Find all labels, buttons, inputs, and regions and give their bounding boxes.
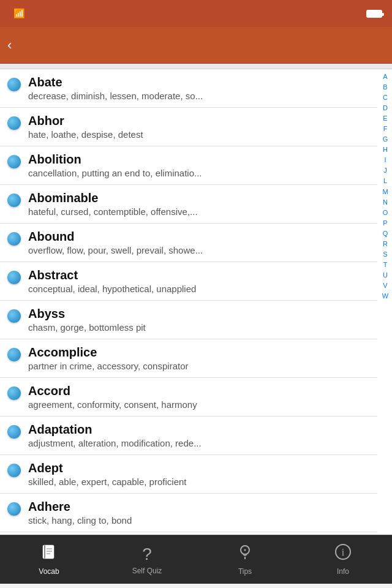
status-carrier: 📶 [10, 8, 25, 19]
vocab-text-block: Accordagreement, conformity, consent, ha… [28, 384, 370, 410]
alpha-index-o[interactable]: O [383, 208, 388, 218]
vocab-word: Abominable [28, 191, 370, 205]
vocab-text-block: Abominablehateful, cursed, contemptible,… [28, 191, 370, 217]
vocab-item[interactable]: Abhorhate, loathe, despise, detest [0, 108, 377, 146]
quiz-tab-icon: ? [142, 545, 152, 564]
vocab-word: Abate [28, 75, 370, 89]
vocab-item[interactable]: Accordagreement, conformity, consent, ha… [0, 378, 377, 417]
vocab-definition: decrease, diminish, lessen, moderate, so… [28, 91, 370, 101]
vocab-tab-icon [40, 543, 58, 565]
vocab-definition: agreement, conformity, consent, harmony [28, 399, 370, 410]
alpha-index-d[interactable]: D [383, 103, 388, 113]
alpha-index-e[interactable]: E [383, 113, 387, 124]
alpha-index-f[interactable]: F [383, 124, 388, 134]
alpha-index-i[interactable]: I [384, 155, 386, 165]
alpha-index-j[interactable]: J [383, 165, 387, 176]
vocab-dot-icon [7, 348, 21, 361]
vocab-item[interactable]: Accomplicepartner in crime, accessory, c… [0, 339, 377, 378]
vocab-item[interactable]: Aboundoverflow, flow, pour, swell, preva… [0, 224, 377, 262]
vocab-definition: cancellation, putting an end to, elimina… [28, 168, 370, 178]
alpha-index-m[interactable]: M [382, 187, 388, 197]
vocab-item[interactable]: Abominablehateful, cursed, contemptible,… [0, 185, 377, 224]
vocab-text-block: Adeptskilled, able, expert, capable, pro… [28, 461, 370, 487]
tab-bar: Vocab?Self Quiz Tips i Info [0, 535, 392, 584]
back-chevron-icon: ‹ [7, 37, 12, 53]
vocab-word: Abyss [28, 307, 370, 321]
vocab-word: Accord [28, 384, 370, 398]
svg-rect-1 [44, 545, 45, 559]
vocab-word: Abound [28, 230, 370, 244]
vocab-text-block: Accomplicepartner in crime, accessory, c… [28, 345, 370, 371]
vocab-dot-icon [7, 155, 21, 168]
alpha-index-n[interactable]: N [383, 197, 388, 208]
status-battery [366, 10, 382, 18]
back-button[interactable]: ‹ [7, 37, 14, 53]
vocab-item[interactable]: Abysschasm, gorge, bottomless pit [0, 301, 377, 339]
vocab-text-block: Adherestick, hang, cling to, bond [28, 500, 370, 526]
tips-tab-icon [236, 543, 254, 565]
vocab-definition: adjustment, alteration, modification, re… [28, 438, 370, 448]
vocab-definition: conceptual, ideal, hypothetical, unappli… [28, 284, 370, 294]
quiz-tab-label: Self Quiz [132, 567, 162, 575]
vocab-dot-icon [7, 271, 21, 284]
vocab-word: Abstract [28, 268, 370, 282]
vocab-dot-icon [7, 425, 21, 439]
tab-info[interactable]: i Info [294, 543, 392, 576]
info-tab-icon: i [334, 543, 352, 565]
alpha-index-u[interactable]: U [383, 270, 388, 281]
alpha-index-a[interactable]: A [383, 72, 387, 82]
vocab-definition: chasm, gorge, bottomless pit [28, 322, 370, 333]
alpha-index-b[interactable]: B [383, 82, 387, 92]
vocab-word: Adaptation [28, 423, 370, 437]
vocab-text-block: Abolitioncancellation, putting an end to… [28, 153, 370, 178]
vocab-definition: hateful, cursed, contemptible, offensive… [28, 206, 370, 217]
vocab-text-block: Abatedecrease, diminish, lessen, moderat… [28, 75, 370, 101]
alpha-index-h[interactable]: H [383, 145, 388, 155]
alpha-index-l[interactable]: L [383, 176, 387, 186]
vocab-word: Abhor [28, 114, 370, 128]
alpha-index-q[interactable]: Q [383, 228, 388, 239]
vocab-text-block: Abstractconceptual, ideal, hypothetical,… [28, 268, 370, 294]
alpha-index-c[interactable]: C [383, 92, 388, 103]
alpha-index-g[interactable]: G [383, 134, 388, 145]
vocab-item[interactable]: Abolitioncancellation, putting an end to… [0, 146, 377, 185]
vocab-item[interactable]: Abatedecrease, diminish, lessen, moderat… [0, 69, 377, 108]
vocab-definition: stick, hang, cling to, bond [28, 515, 370, 526]
status-bar: 📶 [0, 0, 392, 27]
nav-bar: ‹ [0, 27, 392, 64]
vocab-dot-icon [7, 78, 21, 91]
vocab-definition: partner in crime, accessory, conspirator [28, 361, 370, 371]
vocab-word: Abolition [28, 153, 370, 167]
vocab-definition: overflow, flow, pour, swell, prevail, sh… [28, 245, 370, 255]
section-header-a [0, 64, 392, 69]
tab-quiz[interactable]: ?Self Quiz [98, 545, 196, 575]
alpha-index-p[interactable]: P [383, 218, 387, 228]
vocab-word: Accomplice [28, 345, 370, 360]
tab-tips[interactable]: Tips [196, 543, 294, 576]
vocab-item[interactable]: Adeptskilled, able, expert, capable, pro… [0, 455, 377, 494]
vocab-item[interactable]: Adaptationadjustment, alteration, modifi… [0, 417, 377, 455]
vocab-tab-label: Vocab [39, 567, 59, 576]
alpha-index-r[interactable]: R [383, 239, 388, 249]
alpha-index-w[interactable]: W [382, 291, 388, 301]
vocab-text-block: Abysschasm, gorge, bottomless pit [28, 307, 370, 333]
svg-point-7 [244, 549, 246, 551]
vocab-text-block: Abhorhate, loathe, despise, detest [28, 114, 370, 140]
svg-text:i: i [342, 547, 345, 557]
vocab-definition: hate, loathe, despise, detest [28, 129, 370, 140]
vocab-dot-icon [7, 464, 21, 477]
tab-vocab[interactable]: Vocab [0, 543, 98, 576]
vocab-dot-icon [7, 309, 21, 323]
vocab-item[interactable]: Adherestick, hang, cling to, bond [0, 494, 377, 532]
vocab-word: Adept [28, 461, 370, 475]
info-tab-label: Info [337, 567, 349, 576]
vocab-dot-icon [7, 386, 21, 400]
alpha-index-v[interactable]: V [383, 281, 387, 291]
vocab-text-block: Aboundoverflow, flow, pour, swell, preva… [28, 230, 370, 255]
vocab-item[interactable]: Abstractconceptual, ideal, hypothetical,… [0, 262, 377, 301]
vocab-dot-icon [7, 194, 21, 207]
alpha-index-s[interactable]: S [383, 249, 387, 260]
alpha-index-t[interactable]: T [383, 260, 388, 270]
alphabet-index[interactable]: ABCDEFGHIJLMNOPQRSTUVW [379, 69, 392, 304]
vocab-definition: skilled, able, expert, capable, proficie… [28, 477, 370, 487]
